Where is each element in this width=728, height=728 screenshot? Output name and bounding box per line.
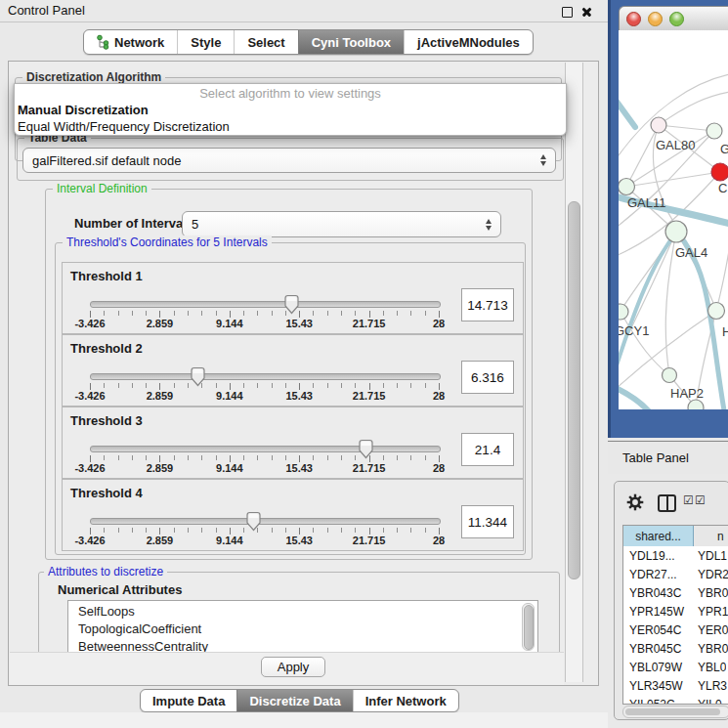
close-light[interactable]	[626, 12, 641, 26]
network-node-g[interactable]	[707, 123, 722, 139]
threshold-value-field[interactable]: 11.344	[461, 505, 514, 538]
tick-label: 2.859	[137, 535, 182, 546]
apply-button[interactable]: Apply	[261, 657, 325, 677]
table-row[interactable]: YDL19...YDL1	[623, 546, 728, 565]
network-canvas[interactable]: GAL80GCGAL11GAL4GCY1HHAP2	[619, 30, 728, 409]
gear-icon[interactable]	[626, 493, 644, 511]
threshold-value-field[interactable]: 6.316	[461, 361, 514, 394]
tick	[243, 383, 244, 388]
tick-label: -3.426	[67, 318, 112, 329]
slider-handle[interactable]	[245, 511, 262, 533]
horizontal-scrollbar[interactable]	[622, 706, 728, 718]
tick	[188, 455, 189, 460]
tick-label: 21.715	[347, 390, 392, 402]
checkbox-icon[interactable]: ☑	[695, 493, 706, 507]
tick	[355, 311, 356, 316]
tick	[257, 311, 258, 316]
table-row[interactable]: YDR27...YDR2	[623, 565, 728, 583]
tick	[146, 383, 147, 388]
tick	[216, 455, 217, 460]
tab-select[interactable]: Select	[234, 30, 297, 54]
column-view-icon[interactable]	[658, 494, 676, 512]
float-icon[interactable]	[562, 7, 573, 18]
list-scrollbar[interactable]	[522, 603, 535, 651]
slider-track[interactable]	[90, 446, 441, 452]
zoom-light[interactable]	[669, 12, 684, 26]
tick	[439, 455, 440, 462]
list-item-topologicalcoefficient[interactable]: TopologicalCoefficient	[78, 621, 201, 638]
tick	[439, 528, 440, 535]
tab-network[interactable]: Network	[84, 30, 177, 54]
tab-infer-network[interactable]: Infer Network	[353, 690, 458, 711]
threshold-value-field[interactable]: 14.713	[461, 288, 514, 321]
tick	[132, 383, 133, 388]
threshold-panel: Threshold 4-3.4262.8599.14415.4321.71528…	[62, 479, 524, 551]
popup-option-manual-discretization[interactable]: Manual Discretization	[18, 102, 563, 118]
tick	[159, 311, 160, 318]
numerical-attributes-list[interactable]: SelfLoopsTopologicalCoefficientBetweenne…	[67, 600, 538, 654]
tab-cyni-toolbox[interactable]: Cyni Toolbox	[298, 30, 404, 54]
cell-shared-name: YBR045C	[623, 642, 694, 656]
network-node[interactable]	[688, 400, 704, 409]
popup-prompt: Select algorithm to view settings	[18, 85, 563, 102]
slider-handle[interactable]	[190, 366, 206, 388]
slider-track[interactable]	[90, 301, 441, 308]
popup-option-equal-width-frequency[interactable]: Equal Width/Frequency Discretization	[18, 118, 563, 135]
scrollbar-thumb[interactable]	[625, 708, 720, 715]
network-node-gal4[interactable]	[665, 221, 687, 242]
cell-name: YDR2	[694, 568, 728, 581]
column-header-shared[interactable]: shared...	[623, 526, 694, 546]
tick	[397, 383, 398, 388]
tab-style[interactable]: Style	[177, 30, 234, 54]
threshold-value-field[interactable]: 21.4	[461, 433, 514, 466]
tick	[174, 383, 175, 388]
tab-impute-data[interactable]: Impute Data	[141, 690, 236, 711]
combo-stepper-icon	[483, 219, 493, 231]
network-node-h[interactable]	[708, 303, 725, 320]
network-window-titlebar[interactable]	[619, 6, 728, 32]
tick-label: 9.144	[207, 318, 252, 329]
tab-label: Impute Data	[152, 694, 225, 708]
tab-jactivemnodules[interactable]: jActiveMNodules	[404, 30, 533, 54]
close-icon[interactable]	[580, 5, 593, 18]
tab-discretize-data[interactable]: Discretize Data	[236, 690, 352, 711]
network-node-gal80[interactable]	[651, 117, 666, 133]
minimize-light[interactable]	[648, 12, 663, 26]
network-node-hap2[interactable]	[663, 368, 677, 383]
table-row[interactable]: YBR043CYBR0	[623, 583, 728, 602]
table-row[interactable]: YBR045CYBR0	[623, 639, 728, 658]
tick	[410, 311, 411, 316]
checkbox-icon[interactable]: ☑	[683, 493, 694, 507]
tick	[159, 383, 160, 390]
tick	[369, 383, 370, 390]
slider-track[interactable]	[90, 373, 441, 380]
table-row[interactable]: YIL052CYIL0	[623, 695, 728, 705]
tick-label: 2.859	[137, 390, 182, 402]
network-edge-highlighted	[619, 99, 635, 127]
table-row[interactable]: YLR345WYLR3	[623, 676, 728, 695]
table-data-combobox[interactable]: galFiltered.sif default node	[22, 148, 556, 173]
scrollbar-thumb[interactable]	[568, 201, 580, 579]
table-row[interactable]: YPR145WYPR1	[623, 602, 728, 621]
number-of-intervals-combobox[interactable]: 5	[182, 211, 501, 237]
tick	[425, 311, 426, 316]
tick	[327, 528, 328, 533]
table-row[interactable]: YER054CYER0	[623, 621, 728, 639]
tick	[285, 455, 286, 460]
tick-label: 9.144	[207, 462, 252, 474]
column-header-name[interactable]: n	[694, 526, 728, 546]
list-item-selfloops[interactable]: SelfLoops	[78, 604, 135, 621]
slider-handle[interactable]	[283, 294, 300, 316]
network-node-gcy1[interactable]	[619, 304, 628, 320]
network-node-gal11[interactable]	[619, 179, 635, 195]
network-node-c[interactable]	[711, 163, 728, 181]
panel-scrollbar[interactable]	[565, 63, 583, 682]
tick	[285, 383, 286, 388]
slider-track[interactable]	[90, 518, 441, 525]
slider-handle[interactable]	[358, 439, 374, 460]
tick	[383, 311, 384, 316]
tick	[341, 455, 342, 460]
threshold-panel: Threshold 1-3.4262.8599.14415.4321.71528…	[62, 262, 524, 334]
table-row[interactable]: YBL079WYBL0	[623, 658, 728, 676]
number-of-intervals-value: 5	[183, 217, 483, 232]
